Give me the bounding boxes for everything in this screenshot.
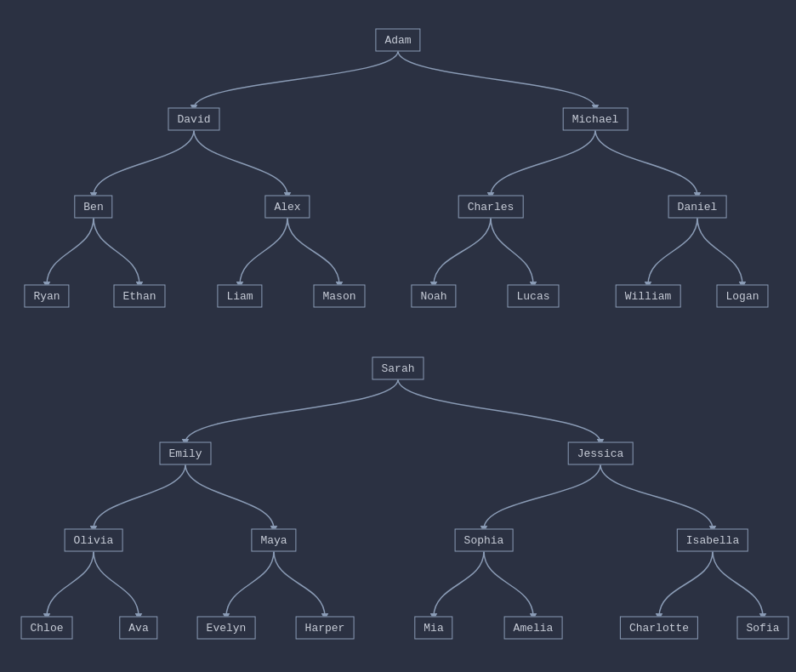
node-lucas[interactable]: Lucas <box>507 285 559 308</box>
connections-svg <box>0 0 796 672</box>
node-harper[interactable]: Harper <box>296 617 355 640</box>
node-william[interactable]: William <box>616 285 681 308</box>
node-amelia[interactable]: Amelia <box>504 617 563 640</box>
node-ryan[interactable]: Ryan <box>24 285 69 308</box>
tree-container: AdamDavidMichaelBenAlexCharlesDanielRyan… <box>0 0 796 672</box>
node-sarah[interactable]: Sarah <box>372 357 424 380</box>
node-ethan[interactable]: Ethan <box>113 285 165 308</box>
node-ava[interactable]: Ava <box>119 617 157 640</box>
node-alex[interactable]: Alex <box>264 196 310 219</box>
node-emily[interactable]: Emily <box>159 442 211 465</box>
node-sophia[interactable]: Sophia <box>455 529 514 552</box>
node-ben[interactable]: Ben <box>74 196 112 219</box>
node-mason[interactable]: Mason <box>313 285 365 308</box>
node-noah[interactable]: Noah <box>411 285 456 308</box>
node-maya[interactable]: Maya <box>251 529 296 552</box>
node-adam[interactable]: Adam <box>375 29 420 52</box>
node-charles[interactable]: Charles <box>458 196 524 219</box>
node-david[interactable]: David <box>168 108 219 131</box>
node-charlotte[interactable]: Charlotte <box>620 617 698 640</box>
node-isabella[interactable]: Isabella <box>677 529 748 552</box>
node-evelyn[interactable]: Evelyn <box>197 617 256 640</box>
node-mia[interactable]: Mia <box>414 617 452 640</box>
node-liam[interactable]: Liam <box>217 285 262 308</box>
node-jessica[interactable]: Jessica <box>568 442 634 465</box>
node-daniel[interactable]: Daniel <box>668 196 727 219</box>
node-sofia[interactable]: Sofia <box>736 617 788 640</box>
node-michael[interactable]: Michael <box>563 108 628 131</box>
node-logan[interactable]: Logan <box>716 285 768 308</box>
node-olivia[interactable]: Olivia <box>65 529 123 552</box>
node-chloe[interactable]: Chloe <box>20 617 72 640</box>
